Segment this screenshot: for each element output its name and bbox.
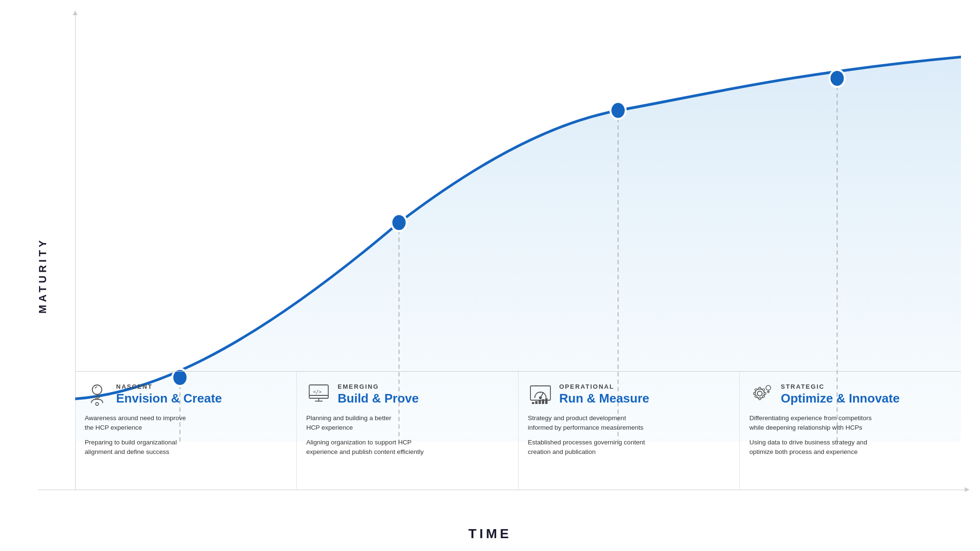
bullet-nascent-2: Preparing to build organizationalalignme… xyxy=(85,438,287,457)
svg-rect-37 xyxy=(755,388,757,391)
svg-rect-34 xyxy=(759,398,761,400)
stage-name-emerging: Build & Prove xyxy=(338,391,419,406)
svg-rect-38 xyxy=(762,388,765,391)
stage-name-operational: Run & Measure xyxy=(559,391,649,406)
svg-point-8 xyxy=(92,385,102,394)
svg-rect-30 xyxy=(545,398,548,404)
svg-rect-33 xyxy=(759,387,761,389)
y-axis-label: MATURITY xyxy=(37,237,49,314)
svg-point-5 xyxy=(392,214,407,231)
stage-label-emerging: EMERGING xyxy=(338,383,419,390)
stage-emerging: </> EMERGING Build & Prove Planning and … xyxy=(297,372,519,490)
bullet-operational-1: Strategy and product developmentinformed… xyxy=(528,413,730,433)
bullet-strategic-1: Differentiating experience from competit… xyxy=(749,413,951,433)
x-axis-label: TIME xyxy=(469,526,512,541)
stage-operational: OPERATIONAL Run & Measure Strategy and p… xyxy=(519,372,740,490)
svg-text:</>: </> xyxy=(313,389,322,394)
svg-point-7 xyxy=(830,70,845,87)
svg-rect-29 xyxy=(542,399,544,404)
stage-strategic: STRATEGIC Optimize & Innovate Differenti… xyxy=(740,372,961,490)
svg-rect-35 xyxy=(754,393,755,394)
svg-point-32 xyxy=(757,391,762,396)
bullet-strategic-2: Using data to drive business strategy an… xyxy=(749,438,951,457)
stage-name-strategic: Optimize & Innovate xyxy=(781,391,900,406)
svg-rect-36 xyxy=(764,393,766,394)
svg-point-12 xyxy=(96,403,98,405)
lightbulb-head-icon xyxy=(85,381,109,406)
stage-nascent: NASCENT Envision & Create Awareness arou… xyxy=(75,372,297,490)
gear-lightbulb-icon xyxy=(749,381,774,406)
stage-label-nascent: NASCENT xyxy=(116,383,222,390)
svg-point-41 xyxy=(766,385,771,390)
stage-label-operational: OPERATIONAL xyxy=(559,383,649,390)
gauge-chart-icon xyxy=(528,381,553,406)
bullet-emerging-1: Planning and building a betterHCP experi… xyxy=(306,413,509,433)
bullet-emerging-2: Aligning organization to support HCPexpe… xyxy=(306,438,509,457)
code-monitor-icon: </> xyxy=(306,381,331,406)
stage-name-nascent: Envision & Create xyxy=(116,391,222,406)
bullet-operational-2: Established processes governing contentc… xyxy=(528,438,730,457)
info-sections: NASCENT Envision & Create Awareness arou… xyxy=(75,371,961,490)
bullet-nascent-1: Awareness around need to improvethe HCP … xyxy=(85,413,287,433)
svg-rect-27 xyxy=(535,401,538,404)
stage-label-strategic: STRATEGIC xyxy=(781,383,900,390)
svg-rect-28 xyxy=(539,400,541,404)
svg-point-22 xyxy=(539,397,541,399)
svg-rect-26 xyxy=(532,402,534,404)
svg-point-6 xyxy=(610,102,626,119)
